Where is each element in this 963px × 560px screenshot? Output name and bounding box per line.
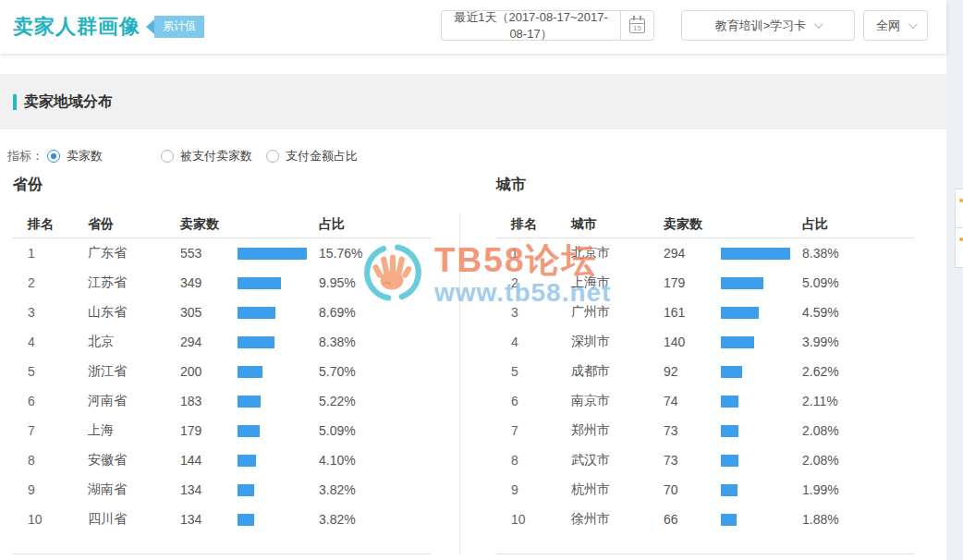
table-header-row: 排名 城市 卖家数 占比 xyxy=(496,200,914,238)
page-title: 卖家人群画像 xyxy=(13,13,140,41)
radio-icon[interactable] xyxy=(47,150,60,163)
count-cell: 294 xyxy=(180,335,238,349)
percent-cell: 5.70% xyxy=(319,364,431,379)
header-count: 卖家数 xyxy=(180,200,238,248)
value-bar xyxy=(721,425,738,437)
date-range-label[interactable]: 最近1天（2017-08-17~2017-08-17） xyxy=(442,9,620,43)
table-row: 6 河南省 183 5.22% xyxy=(13,386,431,416)
count-cell: 134 xyxy=(180,482,238,497)
table-row: 4 北京 294 8.38% xyxy=(13,327,431,357)
rank-cell: 1 xyxy=(28,246,88,261)
percent-cell: 8.69% xyxy=(319,305,431,320)
dot-icon xyxy=(959,237,963,241)
metric-option-paid-seller-count[interactable]: 被支付卖家数 xyxy=(161,148,252,164)
table-row: 10 徐州市 66 1.88% xyxy=(496,505,914,534)
region-cell: 北京 xyxy=(88,334,180,350)
percent-cell: 8.38% xyxy=(319,335,431,349)
bar-cell xyxy=(238,307,319,319)
top-bar: 卖家人群画像 累计值 最近1天（2017-08-17~2017-08-17） 1… xyxy=(0,0,946,54)
bar-cell xyxy=(238,455,319,467)
table-row: 9 杭州市 70 1.99% xyxy=(496,475,914,505)
bar-cell xyxy=(238,277,319,289)
percent-cell: 5.22% xyxy=(319,394,431,408)
count-cell: 305 xyxy=(180,305,238,320)
seller-demographics-page: 卖家人群画像 累计值 最近1天（2017-08-17~2017-08-17） 1… xyxy=(0,0,963,560)
bar-cell xyxy=(721,425,802,437)
region-cell: 广东省 xyxy=(88,245,180,262)
category-dropdown[interactable]: 教育培训>学习卡 xyxy=(681,10,855,41)
header-rank: 排名 xyxy=(511,200,571,248)
side-toolbar-cell[interactable] xyxy=(956,228,963,267)
value-bar xyxy=(238,336,274,348)
side-toolbar-cell[interactable] xyxy=(956,189,963,228)
calendar-button[interactable]: 15 xyxy=(620,11,653,40)
date-range-button[interactable]: 最近1天（2017-08-17~2017-08-17） 15 xyxy=(441,10,654,41)
table-body: 1 北京市 294 8.38% 2 上海市 179 5.09% 3 广州市 16… xyxy=(496,238,914,534)
count-cell: 134 xyxy=(180,512,238,527)
rank-cell: 2 xyxy=(28,275,88,290)
region-cell: 上海市 xyxy=(571,274,664,291)
chevron-down-icon xyxy=(908,19,918,29)
rank-cell: 9 xyxy=(511,482,571,497)
value-bar xyxy=(238,514,254,526)
count-cell: 73 xyxy=(664,423,721,438)
table-row: 8 安徽省 144 4.10% xyxy=(13,445,431,475)
percent-cell: 15.76% xyxy=(319,246,431,261)
table-divider xyxy=(459,213,460,554)
region-cell: 南京市 xyxy=(571,393,664,409)
value-bar xyxy=(238,455,256,467)
region-cell: 北京市 xyxy=(571,245,664,262)
value-bar xyxy=(721,396,738,408)
metric-option-payment-amount-share[interactable]: 支付金额占比 xyxy=(266,148,358,164)
bar-cell xyxy=(238,248,319,260)
header-percent: 占比 xyxy=(802,200,914,248)
rank-cell: 7 xyxy=(511,423,571,438)
chevron-down-icon xyxy=(814,19,823,29)
radio-icon[interactable] xyxy=(266,150,279,163)
scope-dropdown[interactable]: 全网 xyxy=(863,10,928,41)
count-cell: 66 xyxy=(664,512,721,527)
count-cell: 200 xyxy=(180,364,238,379)
count-cell: 70 xyxy=(664,482,721,497)
header-percent: 占比 xyxy=(319,200,431,248)
region-cell: 深圳市 xyxy=(571,334,664,350)
percent-cell: 1.99% xyxy=(802,482,914,497)
region-cell: 湖南省 xyxy=(88,481,180,498)
region-cell: 江苏省 xyxy=(88,274,180,291)
rank-cell: 4 xyxy=(28,335,88,349)
value-bar xyxy=(721,484,737,496)
percent-cell: 5.09% xyxy=(319,423,431,438)
bar-cell xyxy=(721,484,802,496)
metric-option-seller-count[interactable]: 卖家数 xyxy=(47,148,103,164)
count-cell: 179 xyxy=(664,275,721,290)
count-cell: 183 xyxy=(180,394,238,408)
count-cell: 92 xyxy=(664,364,721,379)
rank-cell: 1 xyxy=(511,246,571,261)
section-band: 卖家地域分布 xyxy=(0,74,946,129)
province-table: 省份 排名 省份 卖家数 占比 1 广东省 553 15.76% 2 江苏省 3… xyxy=(13,176,431,554)
side-toolbar-cutoff[interactable] xyxy=(955,189,963,268)
value-bar xyxy=(721,336,754,348)
count-cell: 140 xyxy=(664,335,721,349)
bar-cell xyxy=(721,277,802,289)
region-cell: 河南省 xyxy=(88,393,180,409)
table-row: 2 上海市 179 5.09% xyxy=(496,268,914,298)
metric-group-label: 指标： xyxy=(7,148,43,164)
bar-cell xyxy=(238,484,319,496)
value-bar xyxy=(721,248,790,260)
value-bar xyxy=(238,277,281,289)
page-background-strip xyxy=(946,0,963,560)
value-bar xyxy=(238,248,307,260)
cumulative-badge: 累计值 xyxy=(146,16,204,38)
bar-cell xyxy=(238,336,319,348)
count-cell: 179 xyxy=(180,423,238,438)
percent-cell: 3.82% xyxy=(319,482,431,497)
percent-cell: 4.59% xyxy=(802,305,914,320)
rank-cell: 8 xyxy=(28,453,88,468)
percent-cell: 9.95% xyxy=(319,275,431,290)
section-title: 卖家地域分布 xyxy=(24,92,113,112)
header-bar-spacer xyxy=(721,200,802,248)
radio-icon[interactable] xyxy=(161,150,174,163)
category-label: 教育培训>学习卡 xyxy=(715,18,807,34)
header-region: 省份 xyxy=(88,200,180,248)
